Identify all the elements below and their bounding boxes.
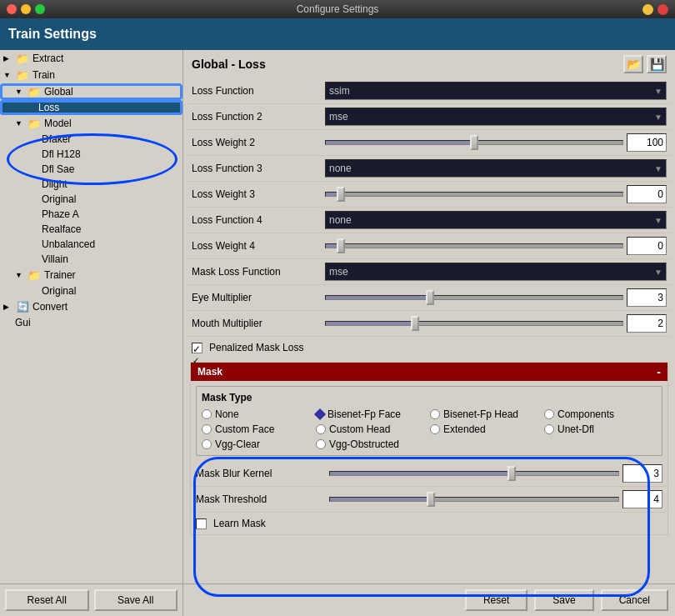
save-icon-button[interactable]: 💾 [647,55,667,73]
radio-unet-dfl[interactable]: Unet-Dfl [544,423,657,435]
win-yellow-button[interactable] [642,4,653,15]
mouth-multiplier-input[interactable] [627,314,667,333]
slider-thumb[interactable] [337,238,345,253]
sidebar-scroll[interactable]: ▶ 📁 Extract ▼ 📁 Train ▼ 📁 Global [0,50,182,583]
chevron-down-icon: ▼ [654,87,662,96]
radio-custom-face[interactable]: Custom Face [202,423,314,435]
slider-track [325,295,623,300]
main-scroll[interactable]: Loss Function ssim ▼ Loss Function 2 mse [183,78,675,583]
sidebar-item-train[interactable]: ▼ 📁 Train [0,67,182,83]
minimize-button[interactable] [21,4,31,14]
sidebar-item-dlight[interactable]: Dlight [0,177,182,192]
loss-weight-3-slider[interactable] [325,192,623,197]
reset-all-button[interactable]: Reset All [5,589,89,611]
slider-thumb[interactable] [508,466,516,481]
mouth-multiplier-row: Mouth Multiplier [187,311,672,337]
mask-threshold-slider[interactable] [329,497,619,502]
sidebar-item-label: Dlight [42,178,68,190]
loss-weight-2-slider[interactable] [325,140,623,145]
eye-multiplier-input[interactable] [627,288,667,307]
radio-bisenet-fp-head[interactable]: Bisenet-Fp Head [430,408,542,420]
loss-weight-3-input[interactable] [627,185,667,203]
radio-bisenet-fp-face[interactable]: Bisenet-Fp Face [316,408,428,420]
slider-thumb[interactable] [470,135,478,150]
sidebar-item-label: Model [44,118,72,129]
sidebar-item-dflh128[interactable]: Dfl H128 [0,147,182,162]
sidebar-item-phasea[interactable]: Phaze A [0,207,182,222]
sidebar-item-dfaker[interactable]: Dfaker [0,132,182,147]
slider-thumb[interactable] [337,187,345,202]
eye-multiplier-slider[interactable] [325,295,623,300]
mask-blur-kernel-input[interactable] [622,464,662,483]
slider-thumb[interactable] [427,492,435,507]
loss-weight-2-row: Loss Weight 2 [187,130,672,156]
sidebar-item-global[interactable]: ▼ 📁 Global [0,83,182,100]
folder-icon-button[interactable]: 📂 [623,55,643,73]
mask-collapse-button[interactable]: - [657,365,661,378]
slider-thumb[interactable] [426,290,434,305]
loss-weight-2-input[interactable] [627,133,667,152]
sidebar-item-convert[interactable]: ▶ 🔄 Convert [0,298,182,315]
expand-arrow: ▶ [3,54,15,63]
save-button[interactable]: Save [534,589,593,611]
sidebar-item-realface[interactable]: Realface [0,222,182,237]
win-red-button[interactable] [658,4,668,15]
loss-function-dropdown[interactable]: ssim ▼ [325,82,667,100]
sidebar-item-label: Train [32,69,55,81]
sidebar-item-villain[interactable]: Villain [0,252,182,267]
loss-weight-3-control [325,185,667,203]
radio-circle-custom-face [202,424,212,434]
sidebar-item-loss[interactable]: Loss [0,100,182,115]
radio-extended[interactable]: Extended [430,423,542,435]
sidebar-item-model[interactable]: ▼ 📁 Model [0,115,182,132]
loss-function-3-row: Loss Function 3 none ▼ [187,156,672,182]
sidebar: ▶ 📁 Extract ▼ 📁 Train ▼ 📁 Global [0,50,183,616]
eye-multiplier-control [325,288,667,307]
sidebar-item-unbalanced[interactable]: Unbalanced [0,237,182,252]
radio-none[interactable]: None [202,408,314,420]
win-buttons [642,4,668,15]
main-window: Train Settings ▶ 📁 Extract ▼ 📁 Train [0,18,675,616]
radio-components[interactable]: Components [544,408,657,420]
expand-arrow: ▼ [15,88,27,96]
learn-mask-checkbox[interactable] [196,518,207,529]
sidebar-item-extract[interactable]: ▶ 📁 Extract [0,50,182,67]
sidebar-item-trainer-original[interactable]: Original [0,283,182,298]
sidebar-item-dflsae[interactable]: Dfl Sae [0,162,182,177]
slider-thumb[interactable] [411,316,419,331]
penalized-mask-loss-label: Penalized Mask Loss [209,342,303,353]
loss-weight-4-slider[interactable] [325,243,623,248]
mask-blur-kernel-slider[interactable] [329,471,619,476]
radio-circle-none [202,409,212,419]
loss-function-2-dropdown[interactable]: mse ▼ [325,108,667,126]
loss-weight-2-label: Loss Weight 2 [192,137,325,148]
mouth-multiplier-label: Mouth Multiplier [192,318,325,329]
sidebar-item-original[interactable]: Original [0,192,182,207]
bottom-bar: Reset Save Cancel [183,583,675,616]
folder-icon: 📁 [27,268,42,282]
sidebar-item-trainer[interactable]: ▼ 📁 Trainer [0,267,182,283]
penalized-mask-loss-checkbox[interactable]: ✓ [192,343,202,353]
sidebar-item-label: Realface [42,223,81,235]
mask-section: Mask - Mask Type None [190,362,668,535]
radio-vgg-obstructed[interactable]: Vgg-Obstructed [316,438,428,450]
cancel-button[interactable]: Cancel [601,589,668,611]
mask-loss-function-dropdown[interactable]: mse ▼ [325,263,667,281]
loss-function-3-dropdown[interactable]: none ▼ [325,159,667,178]
radio-custom-head[interactable]: Custom Head [316,423,428,435]
close-button[interactable] [7,4,17,14]
radio-circle-components [544,409,554,419]
loss-function-4-dropdown[interactable]: none ▼ [325,211,667,229]
radio-vgg-clear[interactable]: Vgg-Clear [202,438,314,450]
panel-header: Global - Loss 📂 💾 [183,50,675,78]
save-all-button[interactable]: Save All [94,589,178,611]
mouth-multiplier-slider[interactable] [325,321,623,326]
radio-diamond-bisenet-fp-face [314,408,326,420]
maximize-button[interactable] [35,4,45,14]
reset-button[interactable]: Reset [465,589,528,611]
sidebar-item-gui[interactable]: Gui [0,315,182,330]
loss-weight-4-input[interactable] [627,237,667,255]
mask-threshold-input[interactable] [622,490,662,508]
folder-icon: 📁 [15,68,30,82]
loss-function-3-control: none ▼ [325,159,667,178]
